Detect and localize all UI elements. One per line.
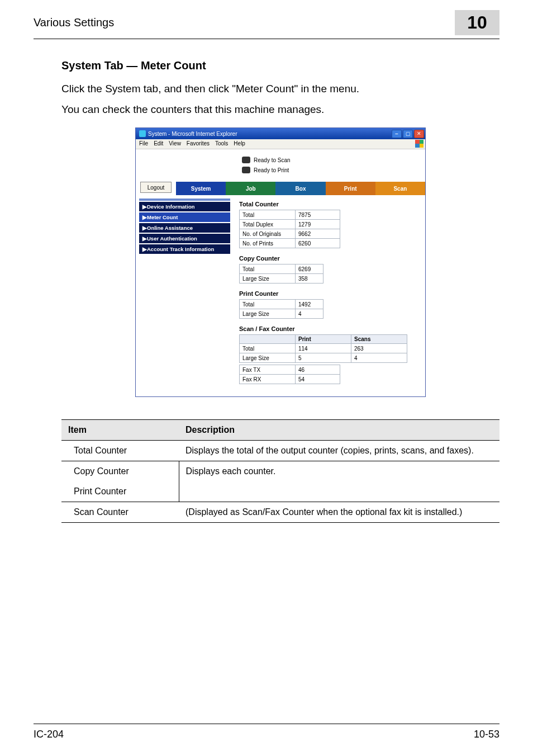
sf-large-label: Large Size <box>240 353 296 363</box>
page-footer: IC-204 10-53 <box>0 724 533 740</box>
desc-head-description: Description <box>179 420 499 441</box>
status-scan: Ready to Scan <box>254 157 291 163</box>
tab-system[interactable]: System <box>176 182 226 195</box>
window-close-button[interactable]: ✕ <box>414 130 424 138</box>
section-title: System Tab — Meter Count <box>61 59 499 72</box>
content-area: System Tab — Meter Count Click the Syste… <box>0 39 533 523</box>
menu-edit[interactable]: Edit <box>154 140 163 148</box>
desc-item-scan: Scan Counter <box>61 502 179 523</box>
desc-text-copyprint: Displays each counter. <box>179 461 499 502</box>
footer-left: IC-204 <box>34 729 64 740</box>
sf-large-print: 5 <box>296 353 351 363</box>
sf-col-blank <box>240 335 296 344</box>
total-counter-heading: Total Counter <box>239 201 420 207</box>
tc-originals-label: No. of Originals <box>240 229 296 239</box>
menu-help[interactable]: Help <box>234 140 245 148</box>
menu-file[interactable]: File <box>139 140 148 148</box>
tc-duplex-value: 1279 <box>296 220 340 229</box>
tc-total-label: Total <box>240 210 296 220</box>
copy-counter-table: Total 6269 Large Size 358 <box>239 264 323 284</box>
page-header: Various Settings 10 <box>0 0 533 39</box>
pc-large-value: 4 <box>296 309 323 319</box>
section-paragraph-2: You can check the counters that this mac… <box>61 102 499 118</box>
faxrx-value: 54 <box>296 375 340 384</box>
sidebar-item-account-track[interactable]: ▶Account Track Information <box>139 244 230 254</box>
screenshot-window: System - Microsoft Internet Explorer ‒ ▢… <box>135 127 426 397</box>
sf-col-print: Print <box>296 335 351 344</box>
menu-favorites[interactable]: Favorites <box>187 140 210 148</box>
window-title: System - Microsoft Internet Explorer <box>148 131 237 137</box>
sf-total-print: 114 <box>296 344 351 353</box>
chapter-box: 10 <box>455 10 499 35</box>
scanfax-heading: Scan / Fax Counter <box>239 325 420 332</box>
desc-item-total: Total Counter <box>61 441 179 461</box>
window-maximize-button[interactable]: ▢ <box>403 130 413 138</box>
tab-box[interactable]: Box <box>275 182 325 195</box>
menubar: File Edit View Favorites Tools Help <box>136 139 425 149</box>
running-title: Various Settings <box>34 16 114 29</box>
screenshot-titlebar: System - Microsoft Internet Explorer ‒ ▢… <box>136 128 425 139</box>
status-banner: Ready to Scan Ready to Print <box>136 149 425 182</box>
desc-head-item: Item <box>61 420 179 441</box>
sidebar-item-online-assist[interactable]: ▶Online Assistance <box>139 223 230 233</box>
faxtx-value: 46 <box>296 365 340 375</box>
ie-icon <box>139 130 146 137</box>
fax-table: Fax TX 46 Fax RX 54 <box>239 365 340 384</box>
tc-prints-value: 6260 <box>296 239 340 248</box>
faxrx-label: Fax RX <box>240 375 296 384</box>
desc-text-total: Displays the total of the output counter… <box>179 441 499 461</box>
footer-right: 10-53 <box>474 729 499 740</box>
tab-row: Logout System Job Box Print Scan <box>136 182 425 195</box>
sidebar-item-device-info[interactable]: ▶Device Information <box>139 202 230 211</box>
scanfax-table: Print Scans Total 114 263 Large Size 5 4 <box>239 334 407 363</box>
sidebar-item-meter-count[interactable]: ▶Meter Count <box>139 212 230 222</box>
tc-total-value: 7875 <box>296 210 340 220</box>
print-counter-table: Total 1492 Large Size 4 <box>239 299 323 319</box>
tab-job[interactable]: Job <box>226 182 275 195</box>
print-counter-heading: Print Counter <box>239 290 420 297</box>
sf-total-label: Total <box>240 344 296 353</box>
menu-tools[interactable]: Tools <box>215 140 228 148</box>
pc-large-label: Large Size <box>240 309 296 319</box>
window-minimize-button[interactable]: ‒ <box>392 130 402 138</box>
tab-print[interactable]: Print <box>326 182 375 195</box>
tc-duplex-label: Total Duplex <box>240 220 296 229</box>
sidebar: ▶Device Information ▶Meter Count ▶Online… <box>136 195 234 396</box>
screenshot-main: Total Counter Total 7875 Total Duplex 12… <box>234 195 425 396</box>
tab-scan[interactable]: Scan <box>375 182 425 195</box>
cc-total-label: Total <box>240 264 296 274</box>
copy-counter-heading: Copy Counter <box>239 255 420 262</box>
sf-large-scans: 4 <box>351 353 407 363</box>
windows-logo-icon <box>415 140 423 148</box>
faxtx-label: Fax TX <box>240 365 296 375</box>
pc-total-value: 1492 <box>296 300 323 309</box>
logout-button[interactable]: Logout <box>140 182 172 193</box>
tc-originals-value: 9662 <box>296 229 340 239</box>
cc-large-label: Large Size <box>240 274 296 284</box>
scanner-icon <box>242 157 250 163</box>
desc-item-print: Print Counter <box>61 481 179 502</box>
pc-total-label: Total <box>240 300 296 309</box>
menu-view[interactable]: View <box>169 140 181 148</box>
sf-total-scans: 263 <box>351 344 407 353</box>
sf-col-scans: Scans <box>351 335 407 344</box>
footer-rule <box>34 724 499 724</box>
tc-prints-label: No. of Prints <box>240 239 296 248</box>
status-print: Ready to Print <box>254 167 289 173</box>
cc-large-value: 358 <box>296 274 323 284</box>
section-paragraph-1: Click the System tab, and then click "Me… <box>61 81 499 97</box>
desc-text-scan: (Displayed as Scan/Fax Counter when the … <box>179 502 499 523</box>
cc-total-value: 6269 <box>296 264 323 274</box>
sidebar-item-user-auth[interactable]: ▶User Authentication <box>139 234 230 243</box>
printer-icon <box>242 167 250 173</box>
desc-item-copy: Copy Counter <box>61 461 179 482</box>
total-counter-table: Total 7875 Total Duplex 1279 No. of Orig… <box>239 210 340 248</box>
description-table: Item Description Total Counter Displays … <box>61 419 499 523</box>
